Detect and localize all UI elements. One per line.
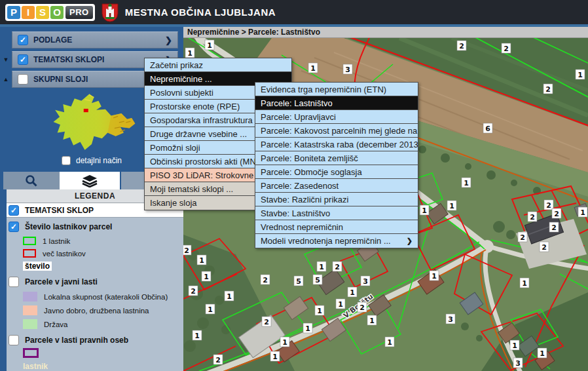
menu-item[interactable]: Evidenca trga nepremičnin (ETN) [255, 83, 418, 96]
legend-item-label: Javno dobro, družbena lastnina [44, 307, 149, 315]
svg-text:1: 1 [464, 179, 469, 187]
parcel-number-label: 2 [549, 222, 559, 232]
chevron-right-icon[interactable]: ❯ [165, 35, 172, 45]
parcel-number-label: 2 [552, 208, 561, 218]
checkbox-checked-icon[interactable]: ✓ [18, 54, 28, 65]
piso-logo[interactable]: P I S O PRO [5, 4, 95, 21]
svg-text:1: 1 [387, 338, 392, 347]
parcel-number-label: 2 [189, 286, 198, 296]
svg-text:1: 1 [208, 305, 213, 314]
svg-text:1: 1 [199, 256, 204, 265]
menu-item[interactable]: Začetni prikaz [145, 58, 291, 72]
checkbox-unchecked-icon[interactable] [62, 156, 71, 165]
search-icon [25, 174, 38, 187]
menu-item-label: Druge državne vsebine ... [150, 127, 247, 141]
svg-text:1: 1 [227, 292, 232, 301]
menu-item-label: Parcele: Kakovost parcelnih mej glede na… [261, 124, 418, 138]
parcel-number-label: 2 [333, 262, 342, 271]
svg-text:1: 1 [422, 206, 427, 215]
svg-text:1: 1 [512, 342, 517, 350]
parcel-number-label: 3 [446, 314, 455, 324]
checkbox-unchecked-icon[interactable] [18, 74, 28, 85]
checkbox-checked-icon[interactable]: ✓ [9, 205, 19, 216]
parcel-number-label: 1 [303, 323, 312, 333]
parcel-number-label: 1 [197, 255, 206, 265]
layers-icon [82, 174, 98, 187]
menu-item-label: Parcele: Upravljavci [261, 110, 336, 124]
parcel-number-label: 1 [538, 348, 547, 358]
parcel-number-label: 1 [202, 271, 211, 281]
menu-item[interactable]: Parcele: Boniteta zemljišč [255, 151, 418, 165]
svg-text:2: 2 [545, 85, 551, 94]
parcel-number-label: 2 [518, 232, 527, 242]
menu-item[interactable]: Parcele: Kakovost parcelnih mej glede na… [255, 124, 418, 138]
svg-text:3: 3 [448, 315, 453, 324]
menu-item-label: Začetni prikaz [150, 58, 203, 72]
triangle-up-icon[interactable]: ▲ [0, 76, 12, 83]
real-estate-submenu: Evidenca trga nepremičnin (ETN)Parcele: … [255, 82, 418, 248]
sidebar-row-podlage: ✓ PODLAGE ❯ [0, 31, 183, 49]
svg-text:1: 1 [522, 279, 527, 288]
svg-text:2: 2 [542, 243, 547, 252]
piso-application: P I S O PRO MESTNA OBČINA LJUBLJANA ✓ [0, 0, 588, 371]
checkbox-unchecked-icon[interactable] [9, 335, 19, 345]
checkbox-checked-icon[interactable]: ✓ [9, 222, 19, 232]
svg-text:2: 2 [264, 318, 269, 326]
legend-root-label: TEMATSKI SKLOP [25, 206, 94, 215]
logo-letter-s: S [36, 6, 49, 19]
parcel-number-label: 5 [294, 276, 303, 286]
menu-item-label: Evidenca trga nepremičnin (ETN) [261, 83, 386, 96]
logo-letter-i: I [22, 6, 35, 19]
legend-item-single-owner: 1 lastnik [23, 235, 183, 247]
parcel-number-label: 1 [367, 315, 377, 325]
menu-item[interactable]: Vrednost nepremičnin [255, 220, 418, 234]
svg-text:1: 1 [204, 273, 209, 281]
svg-text:2: 2 [554, 210, 559, 218]
checkbox-checked-icon[interactable]: ✓ [18, 35, 28, 45]
parcel-number-label: 2 [457, 41, 466, 50]
menu-item[interactable]: Parcele: Območje soglasja [255, 165, 418, 179]
menu-item[interactable]: Parcele: Zasedenost [255, 179, 418, 193]
sidebar-button-podlage[interactable]: ✓ PODLAGE ❯ [12, 31, 178, 49]
swatch-lavender-fill [23, 292, 37, 302]
menu-item-label: Parcele: Zasedenost [261, 179, 339, 193]
checkbox-unchecked-icon[interactable] [9, 277, 19, 287]
parcel-number-label: 1 [317, 262, 326, 271]
svg-text:2: 2 [459, 42, 464, 50]
menu-item[interactable]: Parcele: Lastništvo [255, 96, 418, 110]
swatch-salmon-fill [23, 305, 37, 315]
swatch-green-fill [23, 319, 37, 329]
menu-item[interactable]: Parcele: Upravljavci [255, 110, 418, 124]
svg-text:5: 5 [296, 277, 301, 286]
svg-text:1: 1 [272, 353, 278, 361]
parcel-number-label: 1 [225, 291, 234, 301]
tab-layers-active[interactable] [60, 172, 120, 189]
municipality-title: MESTNA OBČINA LJUBLJANA [125, 7, 276, 18]
menu-item[interactable]: Parcele: Katastrska raba (december 2013) [255, 138, 418, 151]
tab-search[interactable] [3, 172, 60, 189]
svg-text:1: 1 [317, 307, 322, 315]
svg-text:3: 3 [363, 277, 368, 286]
menu-item[interactable]: Stavbe: Različni prikazi [255, 193, 418, 206]
button-label: TEMATSKI SKLOPI [33, 55, 160, 64]
svg-text:3: 3 [515, 359, 521, 368]
parcel-number-label: 3 [513, 358, 523, 368]
svg-text:1: 1 [540, 349, 545, 358]
menu-item[interactable]: Stavbe: Lastništvo [255, 206, 418, 220]
svg-text:1: 1 [578, 71, 583, 79]
triangle-down-icon[interactable]: ▼ [0, 56, 12, 63]
svg-text:1: 1 [319, 263, 324, 271]
logo-letter-o: O [50, 6, 64, 19]
menu-item-label: Občinski prostorski akti (MNVP) [150, 155, 270, 168]
svg-text:1: 1 [369, 317, 375, 325]
menu-item-label: Poslovni subjekti [150, 86, 213, 100]
menu-item-label: Prostorske enote (RPE) [150, 100, 240, 113]
menu-item-label: Stavbe: Različni prikazi [261, 193, 348, 206]
swatch-purple-outline [23, 348, 39, 358]
parcel-number-label: 2 [540, 242, 549, 252]
svg-text:2: 2 [551, 224, 557, 232]
menu-item[interactable]: Modeli vrednotenja nepremičnin ...❯ [255, 234, 418, 248]
legend-item-multi-owner: več lastnikov [23, 247, 183, 260]
breadcrumb: Nepremičnine > Parcele: Lastništvo [183, 27, 588, 38]
parcel-number-label: 1 [336, 299, 345, 309]
